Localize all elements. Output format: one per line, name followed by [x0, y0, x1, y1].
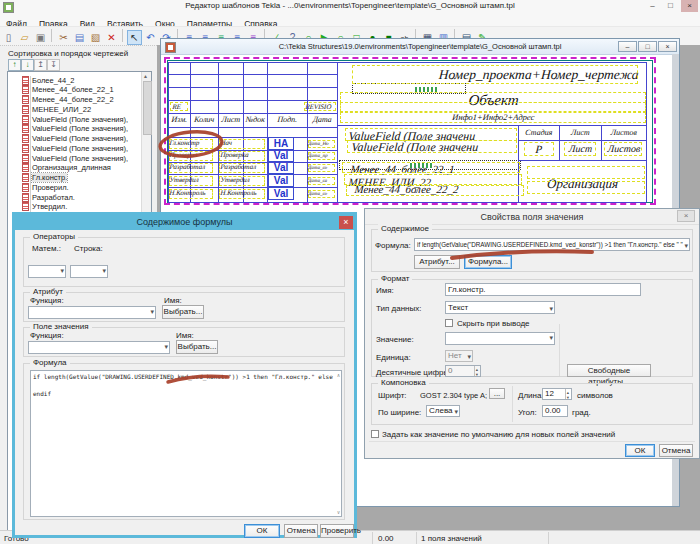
props-dialog-titlebar: Свойства поля значения ×	[365, 209, 699, 225]
tree-item[interactable]: ValueField (Поле значения),	[22, 143, 128, 153]
tree-item[interactable]: Утвердил.	[22, 202, 67, 212]
open-folder-icon[interactable]: ▱	[17, 30, 32, 45]
tree-item[interactable]: ValueField (Поле значения),	[22, 153, 128, 163]
textarea-scroll-down-icon[interactable]: ∨	[337, 509, 340, 515]
default-value-checkbox[interactable]	[371, 430, 379, 438]
canvas-titlebar: C:\Tekla Structures\19.0\environments\To…	[161, 39, 679, 55]
formula-ok-button[interactable]: ОК	[244, 524, 280, 538]
attr-function-select[interactable]	[28, 306, 156, 319]
tree-item[interactable]: Более_44_2	[22, 75, 75, 85]
move-top-button[interactable]: ↥	[34, 59, 47, 71]
menubar: ФайлПравкаВидВставитьОкноПараметрыСправк…	[0, 13, 700, 26]
font-button[interactable]: ...	[489, 388, 505, 399]
props-formula-combo[interactable]: if length(GetValue("DRAWING.USERDEFINED.…	[414, 238, 690, 251]
string-operator-select[interactable]	[70, 265, 108, 278]
canvas-close-button[interactable]: ×	[658, 41, 677, 52]
move-bottom-button[interactable]: ↧	[47, 59, 60, 71]
props-dialog-close-icon[interactable]: ×	[677, 210, 695, 222]
string-label: Строка:	[74, 244, 103, 253]
cut-icon[interactable]: ✂	[56, 30, 71, 45]
move-up-button[interactable]: ↑	[8, 59, 21, 71]
attr-name-label: Имя:	[164, 296, 182, 305]
justify-label: По ширине:	[378, 408, 421, 417]
select-cursor-icon[interactable]: ↖	[127, 30, 142, 45]
close-button[interactable]: ×	[681, 0, 698, 12]
free-attributes-button[interactable]: Свободные атрибуты...	[567, 364, 651, 377]
props-cancel-button[interactable]: Отмена	[659, 444, 693, 457]
delete-icon[interactable]: ✕	[104, 30, 119, 45]
scroll-thumb[interactable]	[143, 81, 152, 135]
formula-cancel-button[interactable]: Отмена	[284, 524, 318, 538]
formula-dialog-titlebar: Содержимое формулы ×	[15, 215, 354, 230]
save-icon[interactable]: ▣	[33, 30, 48, 45]
attr-select-button[interactable]: Выбрать...	[162, 305, 204, 319]
new-file-icon[interactable]: ▯	[1, 30, 16, 45]
tree-item[interactable]: МЕНЕЕ_ИЛИ_22	[22, 104, 91, 114]
name-input[interactable]: Гл.констр.	[445, 283, 641, 296]
tree-item[interactable]: Разработал.	[22, 192, 75, 202]
copy-icon[interactable]: ▤	[72, 30, 87, 45]
value-field-icon	[22, 76, 29, 85]
tree-item-label: Утвердил.	[32, 202, 67, 211]
angle-input[interactable]: 0.00	[542, 405, 568, 417]
tree-item[interactable]: ValueField (Поле значения),	[22, 114, 128, 124]
value-field-icon	[22, 124, 29, 133]
unit-select[interactable]: Нет	[445, 350, 473, 362]
math-operator-select[interactable]	[28, 265, 66, 278]
formula-dialog-close-icon[interactable]: ×	[339, 216, 353, 229]
tree-item-label: ValueField (Поле значения),	[32, 154, 128, 163]
props-formula-label: Формула:	[375, 241, 411, 250]
angle-suffix: град.	[572, 408, 591, 417]
vf-select-button[interactable]: Выбрать...	[176, 340, 218, 354]
props-attribute-button[interactable]: Атрибут...	[414, 255, 460, 269]
layout-divider	[512, 386, 513, 422]
tree-item-label: Менее_44_более_22_2	[32, 95, 114, 104]
tree-item-label: Более_44_2	[32, 76, 75, 85]
name-label: Имя:	[376, 286, 394, 295]
toolbar-separator	[122, 29, 123, 42]
vf-name-label: Имя:	[176, 331, 194, 340]
move-down-button[interactable]: ↓	[21, 59, 34, 71]
canvas-minimize-button[interactable]: –	[618, 41, 637, 52]
formula-textarea[interactable]: if length(GetValue("DRAWING.USERDEFINED.…	[30, 370, 342, 517]
valuefield-group: Поле значения Функция: Имя: Выбрать...	[23, 327, 345, 357]
default-value-label: Задать как значение по умолчанию для нов…	[382, 430, 615, 439]
decimals-stepper[interactable]: 0	[445, 365, 481, 377]
minimize-button[interactable]: –	[644, 0, 661, 12]
datatype-select[interactable]: Текст	[445, 301, 555, 314]
canvas-restore-button[interactable]: □	[638, 41, 657, 52]
tree-item-label: Организация_длинная	[32, 163, 111, 172]
textarea-scroll-up-icon[interactable]: ∧	[337, 372, 340, 378]
value-field-icon	[22, 183, 29, 192]
value-select[interactable]	[445, 332, 555, 345]
formula-group: Формула if length(GetValue("DRAWING.USER…	[23, 363, 345, 520]
formula-check-button[interactable]: Проверить	[320, 524, 354, 538]
value-field-icon	[22, 154, 29, 163]
tree-item-label: Проверил.	[32, 183, 69, 192]
tree-item[interactable]: Проверил.	[22, 182, 69, 192]
props-ok-button[interactable]: ОК	[625, 444, 655, 457]
tree-item-label: ValueField (Поле значения),	[32, 115, 128, 124]
tree-item[interactable]: Менее_44_более_22_1	[22, 85, 114, 95]
scroll-up-icon[interactable]: ▲	[143, 73, 148, 79]
vf-function-select[interactable]	[28, 341, 170, 354]
undo-icon[interactable]: ↶	[143, 30, 158, 45]
hide-on-output-checkbox[interactable]	[445, 319, 453, 327]
tree-item[interactable]: ValueField (Поле значения),	[22, 124, 128, 134]
paste-icon[interactable]: ▧	[88, 30, 103, 45]
tree-item[interactable]: Организация_длинная	[22, 163, 111, 173]
length-stepper[interactable]: 12	[542, 388, 572, 400]
tree-item[interactable]: ValueField (Поле значения),	[22, 134, 128, 144]
length-suffix: символов	[577, 391, 613, 400]
main-window-title: Редактор шаблонов Tekla - ...0\environme…	[0, 1, 700, 10]
status-field-count: 1 поля значений	[421, 534, 482, 543]
tree-item[interactable]: Гл.констр.	[22, 173, 67, 183]
tree-item[interactable]: Менее_44_более_22_2	[22, 95, 114, 105]
content-group: Содержимое Формула: if length(GetValue("…	[371, 229, 693, 272]
props-dialog-title: Свойства поля значения	[365, 212, 699, 222]
maximize-button[interactable]: □	[662, 0, 679, 12]
formula-dialog: Содержимое формулы × Операторы Матем.: С…	[12, 212, 357, 538]
justify-select[interactable]: Слева	[426, 405, 460, 417]
tree-item-label: Менее_44_более_22_1	[32, 85, 114, 94]
props-formula-button[interactable]: Формула...	[464, 255, 512, 269]
